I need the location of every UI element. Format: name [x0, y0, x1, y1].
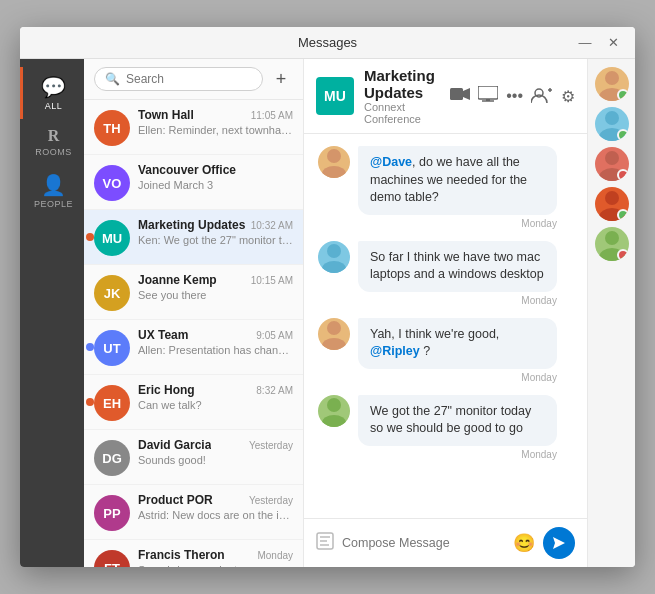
conversation-name: Francis Theron: [138, 548, 225, 562]
conversation-item-francis[interactable]: FT Francis Theron Monday Sure, bring you…: [84, 540, 303, 567]
conversation-time: 9:05 AM: [256, 330, 293, 341]
compose-input[interactable]: [342, 536, 505, 550]
search-input[interactable]: [126, 72, 252, 86]
svg-point-21: [605, 71, 619, 85]
minimize-button[interactable]: —: [575, 35, 595, 50]
conversation-preview: Sounds good!: [138, 454, 293, 466]
conversation-item-eric[interactable]: EH Eric Hong 8:32 AM Can we talk?: [84, 375, 303, 430]
message-text: Yah, I think we're good,: [370, 327, 499, 341]
more-options-icon[interactable]: •••: [506, 87, 523, 105]
svg-marker-20: [553, 537, 565, 549]
conversation-name: UX Team: [138, 328, 188, 342]
conversation-preview: See you there: [138, 289, 293, 301]
participant-avatar[interactable]: [595, 67, 629, 101]
conversation-preview: Joined March 3: [138, 179, 293, 191]
svg-point-10: [327, 244, 341, 258]
chat-header-actions: ••• ⚙: [450, 86, 575, 106]
conversation-avatar: VO: [94, 165, 130, 201]
channel-name: Marketing Updates: [364, 67, 450, 101]
svg-point-13: [322, 338, 346, 350]
messages-area: @Dave, do we have all the machines we ne…: [304, 134, 587, 518]
window-controls: — ✕: [575, 35, 623, 50]
conversation-item-product[interactable]: PP Product POR Yesterday Astrid: New doc…: [84, 485, 303, 540]
conversation-content: Francis Theron Monday Sure, bring your l…: [138, 548, 293, 567]
svg-point-12: [327, 321, 341, 335]
svg-point-29: [605, 231, 619, 245]
add-conversation-button[interactable]: +: [269, 67, 293, 91]
svg-point-25: [605, 151, 619, 165]
conversation-avatar: FT: [94, 550, 130, 567]
conversation-header: Joanne Kemp 10:15 AM: [138, 273, 293, 287]
participant-avatar[interactable]: [595, 147, 629, 181]
conversation-content: Marketing Updates 10:32 AM Ken: We got t…: [138, 218, 293, 246]
svg-marker-1: [463, 88, 470, 100]
participant-avatar[interactable]: [595, 187, 629, 221]
nav-all-label: ALL: [45, 101, 63, 111]
conversation-avatar: JK: [94, 275, 130, 311]
conversation-item-marketing[interactable]: MU Marketing Updates 10:32 AM Ken: We go…: [84, 210, 303, 265]
message-avatar: [318, 318, 350, 350]
conversation-name: David Garcia: [138, 438, 211, 452]
screen-share-icon[interactable]: [478, 86, 498, 106]
conversation-item-vancouver[interactable]: VO Vancouver Office Joined March 3: [84, 155, 303, 210]
window-title: Messages: [298, 35, 357, 50]
main-content: 💬 ALL R ROOMS 👤 PEOPLE 🔍 +: [20, 59, 635, 567]
message-bubble: @Dave, do we have all the machines we ne…: [358, 146, 557, 215]
settings-icon[interactable]: ⚙: [561, 87, 575, 106]
search-icon: 🔍: [105, 72, 120, 86]
conversation-list: TH Town Hall 11:05 AM Ellen: Reminder, n…: [84, 100, 303, 567]
conversation-header: Francis Theron Monday: [138, 548, 293, 562]
participant-avatar[interactable]: [595, 227, 629, 261]
svg-rect-0: [450, 88, 463, 100]
svg-point-8: [327, 149, 341, 163]
conversation-avatar: DG: [94, 440, 130, 476]
participant-avatar[interactable]: [595, 107, 629, 141]
conversation-header: Vancouver Office: [138, 163, 293, 177]
conversation-item-ux-team[interactable]: UT UX Team 9:05 AM Allen: Presentation h…: [84, 320, 303, 375]
message-bubble: Yah, I think we're good, @Ripley ?: [358, 318, 557, 369]
conversation-time: 10:32 AM: [251, 220, 293, 231]
conversation-header: Product POR Yesterday: [138, 493, 293, 507]
conversation-name: Joanne Kemp: [138, 273, 217, 287]
conversation-name: Eric Hong: [138, 383, 195, 397]
message-text: So far I think we have two mac laptops a…: [370, 250, 544, 282]
rooms-icon: R: [48, 127, 60, 145]
conversation-avatar: PP: [94, 495, 130, 531]
svg-point-27: [605, 191, 619, 205]
message-time: Monday: [358, 218, 557, 229]
add-people-icon[interactable]: [531, 87, 553, 106]
unread-indicator: [86, 398, 94, 406]
conversation-avatar: EH: [94, 385, 130, 421]
nav-item-rooms[interactable]: R ROOMS: [20, 119, 84, 165]
conversation-content: Eric Hong 8:32 AM Can we talk?: [138, 383, 293, 411]
conversation-content: UX Team 9:05 AM Allen: Presentation has …: [138, 328, 293, 356]
svg-point-23: [605, 111, 619, 125]
search-bar: 🔍 +: [84, 59, 303, 100]
right-participants-strip: [587, 59, 635, 567]
status-indicator: [617, 169, 629, 181]
conversation-item-joanne[interactable]: JK Joanne Kemp 10:15 AM See you there: [84, 265, 303, 320]
close-button[interactable]: ✕: [603, 35, 623, 50]
message-time: Monday: [358, 295, 557, 306]
send-button[interactable]: [543, 527, 575, 559]
svg-point-14: [327, 398, 341, 412]
emoji-button[interactable]: 😊: [513, 532, 535, 554]
video-call-icon[interactable]: [450, 86, 470, 106]
conversation-preview: Astrid: New docs are on the intranet: [138, 509, 293, 521]
compose-area: 😊: [304, 518, 587, 567]
message-time: Monday: [358, 449, 557, 460]
message-text: We got the 27" monitor today so we shoul…: [370, 404, 531, 436]
conversations-panel: 🔍 + TH Town Hall 11:05 AM Ellen: Reminde…: [84, 59, 304, 567]
message-row: Yah, I think we're good, @Ripley ? Monda…: [318, 318, 573, 383]
status-indicator: [617, 209, 629, 221]
nav-item-people[interactable]: 👤 PEOPLE: [20, 165, 84, 217]
channel-info: Marketing Updates Connext Conference: [364, 67, 450, 125]
nav-item-all[interactable]: 💬 ALL: [20, 67, 84, 119]
conversation-item-town-hall[interactable]: TH Town Hall 11:05 AM Ellen: Reminder, n…: [84, 100, 303, 155]
conversation-time: 11:05 AM: [251, 110, 293, 121]
conversation-preview: Ken: We got the 27" monitor today so we: [138, 234, 293, 246]
conversation-item-david[interactable]: DG David Garcia Yesterday Sounds good!: [84, 430, 303, 485]
message-time: Monday: [358, 372, 557, 383]
conversation-avatar: UT: [94, 330, 130, 366]
format-button[interactable]: [316, 532, 334, 555]
